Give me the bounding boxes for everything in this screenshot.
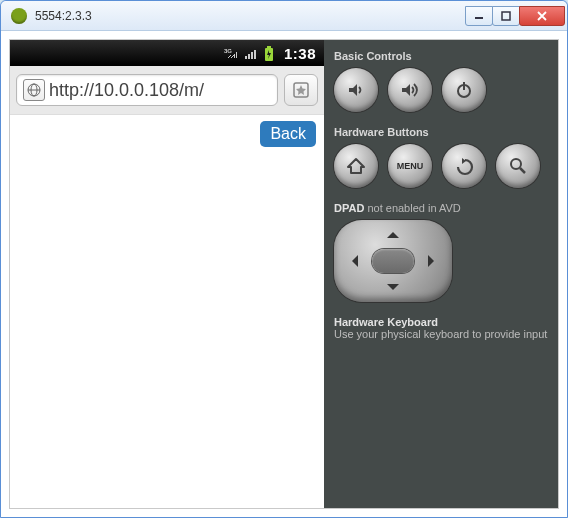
volume-down-button[interactable] — [334, 68, 378, 112]
hardware-buttons-row: MENU — [334, 144, 548, 188]
window-controls — [466, 6, 567, 26]
hardware-keyboard-label: Hardware Keyboard — [334, 316, 548, 328]
status-bar: 3G 1:38 — [10, 40, 324, 66]
dpad-label-suffix: not enabled in AVD — [364, 202, 460, 214]
dpad-label: DPAD not enabled in AVD — [334, 202, 548, 214]
app-icon — [9, 6, 29, 26]
menu-button[interactable]: MENU — [388, 144, 432, 188]
close-icon — [536, 11, 548, 21]
android-icon — [11, 8, 27, 24]
power-button[interactable] — [442, 68, 486, 112]
hardware-buttons-label: Hardware Buttons — [334, 126, 548, 138]
window-title: 5554:2.3.3 — [35, 9, 466, 23]
svg-rect-0 — [475, 17, 483, 19]
svg-rect-8 — [254, 50, 256, 59]
client-area: 3G 1:38 http://10.0.0.108/ — [1, 31, 567, 517]
emulator-window: 5554:2.3.3 3G — [0, 0, 568, 518]
signal-icon — [244, 46, 258, 60]
clock: 1:38 — [284, 45, 316, 62]
search-icon — [507, 155, 529, 177]
back-arrow-icon — [453, 155, 475, 177]
dpad-right-icon — [428, 255, 440, 267]
volume-up-button[interactable] — [388, 68, 432, 112]
svg-rect-5 — [245, 56, 247, 59]
back-button[interactable]: Back — [260, 121, 316, 147]
power-icon — [453, 79, 475, 101]
controls-panel: Basic Controls Hardware Buttons — [324, 40, 558, 508]
basic-controls-label: Basic Controls — [334, 50, 548, 62]
dpad-label-prefix: DPAD — [334, 202, 364, 214]
battery-icon — [264, 46, 278, 60]
dpad-center-button — [372, 249, 414, 273]
dpad-left-icon — [346, 255, 358, 267]
bookmark-button[interactable] — [284, 74, 318, 106]
back-hw-button[interactable] — [442, 144, 486, 188]
inner-border: 3G 1:38 http://10.0.0.108/ — [9, 39, 559, 509]
dpad-up-icon — [387, 226, 399, 238]
url-text: http://10.0.0.108/m/ — [49, 80, 204, 101]
svg-rect-16 — [463, 82, 465, 90]
dpad — [334, 220, 452, 302]
maximize-icon — [501, 11, 511, 21]
close-button[interactable] — [519, 6, 565, 26]
home-button[interactable] — [334, 144, 378, 188]
svg-rect-9 — [267, 46, 271, 48]
volume-up-icon — [399, 79, 421, 101]
svg-rect-7 — [251, 52, 253, 59]
svg-line-18 — [520, 168, 525, 173]
hardware-keyboard-sub: Use your physical keyboard to provide in… — [334, 328, 548, 340]
device-screen: 3G 1:38 http://10.0.0.108/ — [10, 40, 324, 508]
globe-icon — [23, 79, 45, 101]
svg-text:3G: 3G — [224, 48, 232, 54]
network-3g-icon: 3G — [224, 46, 238, 60]
svg-rect-4 — [236, 52, 237, 58]
search-button[interactable] — [496, 144, 540, 188]
titlebar[interactable]: 5554:2.3.3 — [1, 1, 567, 31]
dpad-down-icon — [387, 284, 399, 296]
url-input[interactable]: http://10.0.0.108/m/ — [16, 74, 278, 106]
home-icon — [345, 155, 367, 177]
url-row: http://10.0.0.108/m/ — [10, 66, 324, 115]
minimize-icon — [474, 11, 484, 21]
svg-rect-3 — [234, 54, 235, 58]
svg-point-17 — [511, 159, 521, 169]
volume-down-icon — [345, 79, 367, 101]
minimize-button[interactable] — [465, 6, 493, 26]
basic-controls-row — [334, 68, 548, 112]
maximize-button[interactable] — [492, 6, 520, 26]
bookmark-icon — [292, 81, 310, 99]
menu-icon: MENU — [397, 161, 424, 171]
webview[interactable]: Back — [10, 115, 324, 508]
svg-rect-1 — [502, 12, 510, 20]
svg-rect-6 — [248, 54, 250, 59]
